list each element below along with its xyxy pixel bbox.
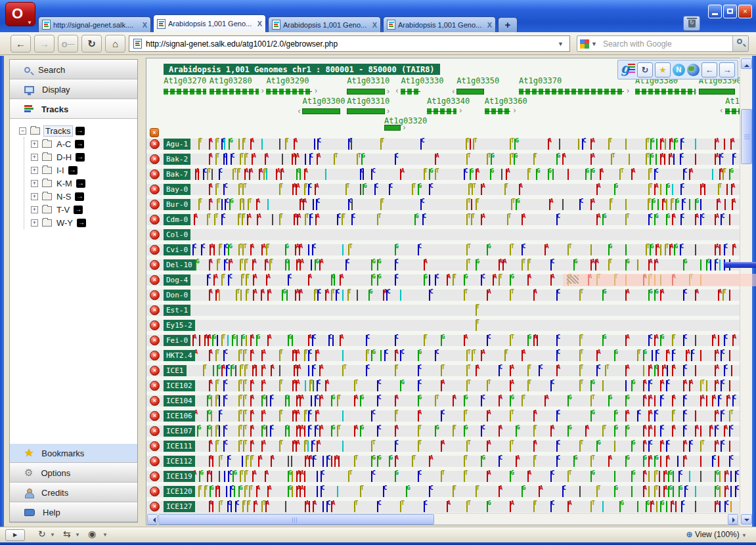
arrow-badge-icon[interactable]: → (75, 192, 84, 201)
tab-close-icon[interactable]: X (143, 21, 147, 29)
track-label[interactable]: Bur-0 (164, 199, 190, 210)
track-label[interactable]: Dog-4 (164, 274, 190, 286)
bookmark-star-button[interactable]: ★ (655, 62, 671, 77)
search-input[interactable]: ▼ Search with Google (577, 35, 749, 52)
remove-track-button[interactable]: × (150, 426, 160, 436)
tree-root-label[interactable]: Tracks (43, 125, 73, 137)
remove-track-button[interactable]: × (150, 169, 160, 179)
tree-item-n-s[interactable]: + N-S → (31, 190, 137, 203)
closed-tabs-trash-button[interactable] (683, 16, 700, 31)
tree-item-label[interactable]: D-H (55, 152, 73, 162)
globe-icon[interactable] (687, 64, 700, 76)
minimize-button[interactable] (708, 5, 722, 18)
remove-track-button[interactable]: × (150, 456, 160, 466)
remove-track-button[interactable]: × (150, 185, 160, 194)
expand-icon[interactable]: + (31, 206, 38, 213)
gene-glyph[interactable]: › (210, 89, 259, 95)
gene-glyph[interactable]: › (266, 89, 312, 95)
sidebar-item-bookmarks[interactable]: ★ Bookmarks (10, 443, 137, 463)
sync-icon[interactable]: ↻ (38, 529, 46, 539)
opera-menu-button[interactable]: O ▼ (5, 2, 35, 26)
arrow-badge-icon[interactable]: → (68, 166, 78, 175)
remove-track-button[interactable]: × (150, 487, 160, 496)
tree-item-label[interactable]: T-V (55, 205, 71, 215)
sidebar-item-options[interactable]: ⚙ Options (10, 463, 137, 483)
remove-track-button[interactable]: × (150, 396, 160, 406)
restore-button[interactable] (723, 5, 737, 18)
remove-track-button[interactable]: × (150, 290, 160, 300)
track-label[interactable]: ICE127 (164, 501, 195, 512)
sidebar-item-search[interactable]: Search (10, 60, 137, 79)
tree-item-label[interactable]: I-I (55, 165, 66, 175)
n-badge-icon[interactable]: N (673, 64, 685, 76)
tree-item-label[interactable]: N-S (55, 192, 72, 202)
remove-track-button[interactable]: × (150, 245, 160, 255)
remove-track-button[interactable]: × (150, 441, 160, 451)
arrow-badge-icon[interactable]: → (77, 219, 86, 227)
gene-glyph[interactable]: ‹ (401, 89, 420, 95)
gene-glyph[interactable]: › (347, 89, 385, 95)
gene-glyph[interactable]: › (427, 108, 456, 114)
track-label[interactable]: Bak-2 (164, 154, 190, 165)
chevron-down-icon[interactable]: ▼ (75, 532, 80, 538)
track-label[interactable]: Fei-0 (164, 335, 190, 346)
scroll-up-arrow[interactable] (741, 58, 752, 69)
new-tab-button[interactable]: + (498, 17, 518, 32)
tree-item-a-c[interactable]: + A-C → (31, 137, 137, 150)
track-label[interactable]: ICE112 (164, 456, 195, 467)
sidebar-item-display[interactable]: Display (10, 79, 137, 99)
vertical-scroll-thumb[interactable] (741, 109, 752, 164)
key-button[interactable]: o─ (58, 35, 78, 53)
scroll-left-arrow[interactable] (147, 514, 158, 525)
tab-2-active[interactable]: Arabidopsis 1,001 Geno... X (153, 14, 266, 32)
collapse-icon[interactable]: − (19, 127, 26, 135)
scroll-down-arrow[interactable] (741, 514, 752, 525)
chevron-down-icon[interactable]: ▼ (102, 532, 108, 538)
address-dropdown-icon[interactable]: ▼ (556, 41, 566, 47)
track-label[interactable]: Cdm-0 (164, 214, 190, 225)
tab-close-icon[interactable]: X (372, 21, 377, 29)
track-label[interactable]: ICE120 (164, 486, 195, 497)
sidebar-item-credits[interactable]: Credits (10, 483, 137, 502)
track-label[interactable]: Don-0 (164, 290, 190, 301)
panel-toggle-button[interactable]: ▶ (5, 529, 25, 541)
track-label[interactable]: Col-0 (164, 229, 190, 240)
close-track-group-button[interactable]: × (150, 128, 159, 137)
gbrowse-logo-icon[interactable]: g (621, 62, 635, 77)
tab-close-icon[interactable]: X (257, 20, 262, 28)
remove-track-button[interactable]: × (150, 320, 160, 330)
back-button[interactable]: ← (11, 35, 31, 53)
refresh-button[interactable]: ↻ (637, 62, 653, 77)
track-label[interactable]: HKT2.4 (164, 350, 195, 361)
tree-item-t-v[interactable]: + T-V → (31, 203, 137, 216)
arrow-badge-icon[interactable]: → (74, 206, 83, 214)
horizontal-scroll-thumb[interactable] (158, 514, 434, 525)
sidebar-item-tracks[interactable]: Tracks (10, 99, 137, 119)
tab-close-icon[interactable]: X (487, 21, 492, 29)
scroll-right-arrow[interactable] (728, 514, 738, 525)
expand-icon[interactable]: + (31, 167, 38, 174)
chevron-down-icon[interactable]: ▼ (50, 532, 55, 538)
address-bar[interactable]: http://signal-genet.salk.edu/atg1001/2.0… (129, 35, 570, 52)
gene-glyph[interactable]: › (347, 108, 385, 114)
remove-track-button[interactable]: × (150, 139, 160, 149)
gene-glyph[interactable]: › (635, 89, 696, 95)
track-label[interactable]: ICE102 (164, 380, 195, 391)
horizontal-scrollbar[interactable] (146, 513, 741, 525)
track-label[interactable]: ICE1 (164, 365, 187, 376)
gene-glyph[interactable]: ‹ (456, 89, 484, 95)
arrow-badge-icon[interactable]: → (76, 179, 85, 188)
gene-glyph[interactable]: › (519, 89, 624, 95)
tab-3[interactable]: Arabidopsis 1,001 Geno... X (268, 16, 381, 32)
link-icon[interactable]: ⇆ (63, 529, 71, 539)
tree-item-i-i[interactable]: + I-I → (31, 164, 137, 177)
expand-icon[interactable]: + (31, 141, 38, 148)
gene-glyph[interactable]: ‹ (302, 108, 340, 114)
forward-button[interactable]: → (34, 35, 55, 53)
tree-item-d-h[interactable]: + D-H → (31, 150, 137, 164)
expand-icon[interactable]: + (31, 180, 38, 187)
expand-icon[interactable]: + (31, 154, 38, 161)
remove-track-button[interactable]: × (150, 411, 160, 421)
remove-track-button[interactable]: × (150, 275, 160, 285)
remove-track-button[interactable]: × (150, 471, 160, 481)
